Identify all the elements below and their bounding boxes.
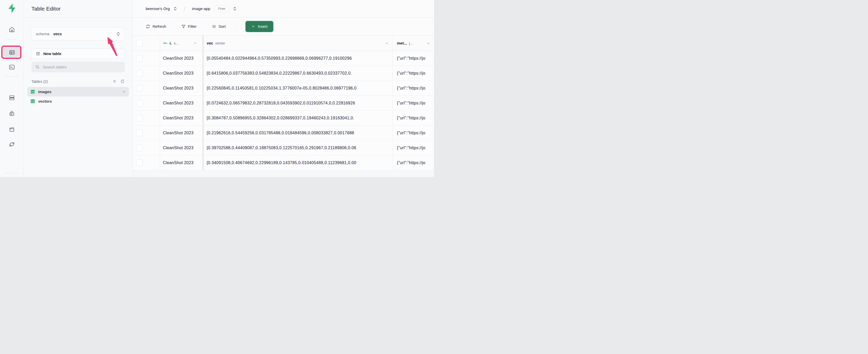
row-select-cell	[133, 155, 160, 170]
refresh-icon	[146, 24, 150, 29]
rail-item-authentication[interactable]	[0, 108, 24, 118]
cell-vec[interactable]: [0.34091508,0.40674692,0.22996189,0.1437…	[204, 155, 393, 170]
table-editor-sidebar: Table Editor schema vecs New table	[24, 0, 133, 177]
grid-empty-area	[133, 170, 434, 177]
rail-divider	[5, 173, 19, 173]
row-select-cell	[133, 96, 160, 110]
sql-editor-icon	[8, 64, 15, 70]
row-checkbox[interactable]	[136, 85, 143, 92]
cell-id[interactable]: CleanShot 2023	[160, 51, 202, 66]
database-icon	[8, 95, 15, 101]
cell-vec[interactable]: [0.39702588,0.44409087,0.18875083,0.1225…	[204, 140, 393, 155]
cell-id[interactable]: CleanShot 2023	[160, 126, 202, 140]
row-checkbox[interactable]	[136, 160, 143, 166]
column-menu-chevron-icon[interactable]	[426, 41, 430, 45]
table-row: CleanShot 2023[0.0724632,0.06579832,0.28…	[133, 96, 434, 111]
row-checkbox[interactable]	[136, 55, 143, 62]
cell-metadata[interactable]: {"url":"https://jo	[393, 96, 434, 110]
chevron-down-icon	[251, 25, 255, 28]
supabase-table-editor-app: Table Editor schema vecs New table	[0, 0, 434, 177]
refresh-button[interactable]: Refresh	[146, 24, 166, 29]
cell-metadata[interactable]: {"url":"https://jo	[393, 66, 434, 80]
row-checkbox[interactable]	[136, 115, 143, 121]
sort-button[interactable]: Sort	[212, 24, 226, 29]
cell-id[interactable]: CleanShot 2023	[160, 96, 202, 110]
cell-metadata[interactable]: {"url":"https://jo	[393, 51, 434, 66]
sidebar-table-item-images[interactable]: images	[27, 87, 129, 97]
page-title: Table Editor	[31, 6, 61, 12]
grid-header-row: i. v... vec vector met... j...	[133, 36, 434, 51]
cell-id[interactable]: CleanShot 2023	[160, 81, 202, 96]
rail-item-edge-functions[interactable]	[0, 139, 24, 149]
refresh-tables-icon[interactable]	[120, 79, 125, 83]
rail-item-table-editor[interactable]	[0, 47, 24, 57]
select-all-checkbox[interactable]	[136, 40, 143, 46]
cell-vec[interactable]: [0.05540484,0.022944964,0.57350993,0.226…	[204, 51, 393, 66]
rail-divider	[5, 76, 19, 77]
cell-id[interactable]: CleanShot 2023	[160, 140, 202, 155]
column-menu-chevron-icon[interactable]	[385, 41, 389, 45]
column-header-vec[interactable]: vec vector	[204, 36, 393, 51]
cell-vec[interactable]: [0.6415806,0.037756383,0.54823834,0.2222…	[204, 66, 393, 80]
rail-item-storage[interactable]	[0, 124, 24, 135]
cell-metadata[interactable]: {"url":"https://jo	[393, 126, 434, 140]
tables-count-heading: Tables (2)	[31, 79, 48, 83]
cell-vec[interactable]: [0.0724632,0.06579832,0.28732818,0.04359…	[204, 96, 393, 110]
rail-item-database[interactable]	[0, 93, 24, 103]
row-checkbox[interactable]	[136, 100, 143, 107]
select-all-header-cell	[133, 36, 160, 51]
table-row: CleanShot 2023[0.21962616,0.54459256,0.0…	[133, 126, 434, 140]
filter-icon	[181, 24, 186, 29]
column-name: i.	[169, 41, 172, 45]
row-select-cell	[133, 51, 160, 66]
column-menu-chevron-icon[interactable]	[193, 41, 197, 45]
home-icon	[8, 26, 15, 33]
breadcrumb-separator: /	[184, 6, 185, 11]
expand-all-icon[interactable]	[112, 79, 117, 83]
rail-item-sql-editor[interactable]	[0, 62, 24, 72]
column-type: v...	[174, 41, 178, 45]
insert-button[interactable]: Insert	[245, 21, 274, 32]
chevron-expand-icon	[116, 32, 120, 36]
table-icon	[30, 90, 35, 94]
org-switcher[interactable]: beerose's Org	[146, 6, 170, 11]
sidebar-header: Table Editor	[24, 0, 132, 17]
new-table-button[interactable]: New table	[31, 48, 125, 59]
table-row: CleanShot 2023[0.22560845,0.11450581,0.1…	[133, 81, 434, 96]
icon-rail	[0, 0, 24, 177]
chevron-expand-icon[interactable]	[233, 6, 237, 11]
row-checkbox[interactable]	[136, 70, 143, 77]
cell-id[interactable]: CleanShot 2023	[160, 111, 202, 125]
edit-icon	[36, 51, 40, 56]
rail-item-home[interactable]	[0, 25, 24, 35]
cell-metadata[interactable]: {"url":"https://jo	[393, 140, 434, 155]
chevron-expand-icon[interactable]	[173, 6, 177, 11]
schema-select[interactable]: schema vecs	[31, 27, 125, 40]
column-header-metadata[interactable]: met... j...	[393, 36, 434, 51]
cell-vec[interactable]: [0.21962616,0.54459256,0.031785488,0.018…	[204, 126, 393, 140]
toolbar-divider	[235, 23, 236, 30]
row-select-cell	[133, 126, 160, 140]
row-select-cell	[133, 111, 160, 125]
filter-button[interactable]: Filter	[181, 24, 197, 29]
sidebar-table-item-vectors[interactable]: vectors	[27, 97, 129, 106]
column-name: vec	[207, 41, 213, 45]
cell-id[interactable]: CleanShot 2023	[160, 66, 202, 80]
cell-metadata[interactable]: {"url":"https://jo	[393, 111, 434, 125]
search-tables-input[interactable]: Search tables	[31, 62, 125, 72]
auth-lock-icon	[8, 110, 15, 117]
supabase-logo-icon[interactable]	[7, 3, 17, 13]
row-checkbox[interactable]	[136, 130, 143, 136]
cell-id[interactable]: CleanShot 2023	[160, 155, 202, 170]
column-header-id[interactable]: i. v...	[160, 36, 202, 51]
cell-metadata[interactable]: {"url":"https://jo	[393, 155, 434, 170]
sort-icon	[212, 24, 216, 29]
cell-vec[interactable]: [0.3084787,0.50896955,0.32864302,0.02869…	[204, 111, 393, 125]
column-type: vector	[215, 41, 225, 45]
main-content: beerose's Org / image-app Free	[133, 0, 434, 177]
cell-vec[interactable]: [0.22560845,0.11450581,0.10225034,1.3776…	[204, 81, 393, 96]
project-switcher[interactable]: image-app	[192, 6, 210, 11]
cell-metadata[interactable]: {"url":"https://jo	[393, 81, 434, 96]
row-checkbox[interactable]	[136, 145, 143, 151]
chevron-down-icon[interactable]	[122, 90, 126, 94]
